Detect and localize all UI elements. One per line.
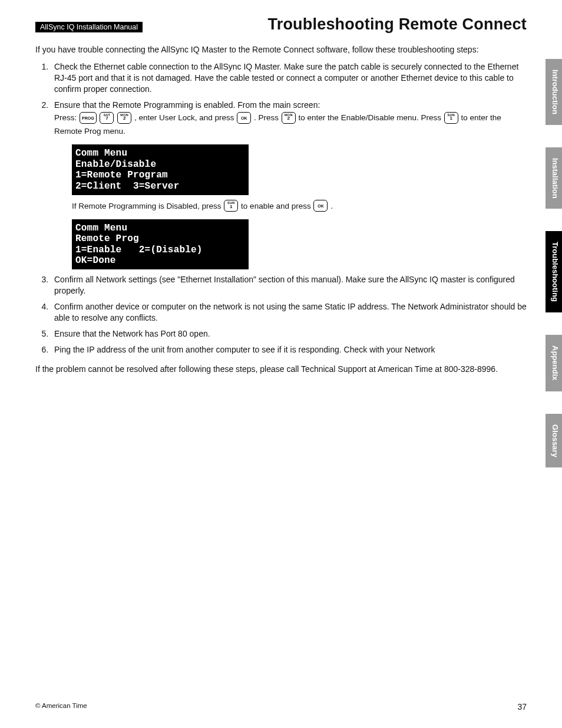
step-4: Confirm another device or computer on th… <box>51 301 527 324</box>
section-tabs: Introduction Installation Troubleshootin… <box>546 59 562 490</box>
screen2-line2: Remote Prog <box>75 233 244 244</box>
tab-introduction[interactable]: Introduction <box>546 59 562 125</box>
step-5: Ensure that the Network has Port 80 open… <box>51 328 527 340</box>
ok-button-icon: OK <box>237 112 251 124</box>
page-title: Troubleshooting Remote Connect <box>143 15 527 34</box>
ok-button-icon-2: OK <box>313 200 328 212</box>
press-text-b: , enter User Lock, and press <box>134 113 236 122</box>
press-text-d: to enter the Enable/Disable menu. Press <box>299 113 444 122</box>
sub-note-a: If Remote Programming is Disabled, press <box>72 202 223 210</box>
sub-note-c: . <box>330 202 333 210</box>
step-2-press-line: Press: PROG SAT7 MON2 , enter User Lock,… <box>54 111 527 139</box>
tab-appendix[interactable]: Appendix <box>546 335 562 391</box>
screen1-line2: Enable/Disable <box>75 159 244 170</box>
sun-1-button-icon: SUN1 <box>444 112 458 124</box>
screen1-line3: 1=Remote Program <box>75 170 244 180</box>
prog-button-icon: PROG <box>80 112 97 124</box>
screen2-line3: 1=Enable 2=(Disable) <box>75 245 244 255</box>
sat-7-button-icon: SAT7 <box>100 112 114 124</box>
tab-installation[interactable]: Installation <box>546 147 562 209</box>
step-2: Ensure that the Remote Programming is en… <box>51 100 527 270</box>
page-footer: © American Time 37 <box>35 702 527 711</box>
step-6: Ping the IP address of the unit from ano… <box>51 344 527 355</box>
sun-1-button-icon-2: SUN1 <box>224 200 238 212</box>
step-2-lead: Ensure that the Remote Programming is en… <box>54 100 320 110</box>
tab-glossary[interactable]: Glossary <box>546 414 562 468</box>
screen2-line1: Comm Menu <box>75 223 244 233</box>
screen1-line4: 2=Client 3=Server <box>75 181 244 192</box>
sub-note-b: to enable and press <box>241 202 313 210</box>
intro-paragraph: If you have trouble connecting the AllSy… <box>35 44 527 55</box>
closing-paragraph: If the problem cannot be resolved after … <box>35 364 527 375</box>
copyright: © American Time <box>35 702 87 711</box>
press-text-c: . Press <box>254 113 281 122</box>
tab-troubleshooting[interactable]: Troubleshooting <box>546 231 562 312</box>
step-1: Check the Ethernet cable connection to t… <box>51 61 527 95</box>
sub-note: If Remote Programming is Disabled, press… <box>72 200 527 213</box>
steps-list: Check the Ethernet cable connection to t… <box>35 61 527 355</box>
mon-2-button-icon-2: MON2 <box>282 112 296 124</box>
press-label: Press: <box>54 113 79 122</box>
manual-tag: AllSync IQ Installation Manual <box>35 22 143 32</box>
lcd-screen-1: Comm Menu Enable/Disable 1=Remote Progra… <box>72 144 249 195</box>
step-3: Confirm all Network settings (see "Ether… <box>51 274 527 297</box>
screen1-line1: Comm Menu <box>75 148 244 159</box>
lcd-screen-2: Comm Menu Remote Prog 1=Enable 2=(Disabl… <box>72 219 249 270</box>
page-number: 37 <box>517 702 527 711</box>
mon-2-button-icon: MON2 <box>117 112 131 124</box>
screen2-line4: OK=Done <box>75 255 244 266</box>
